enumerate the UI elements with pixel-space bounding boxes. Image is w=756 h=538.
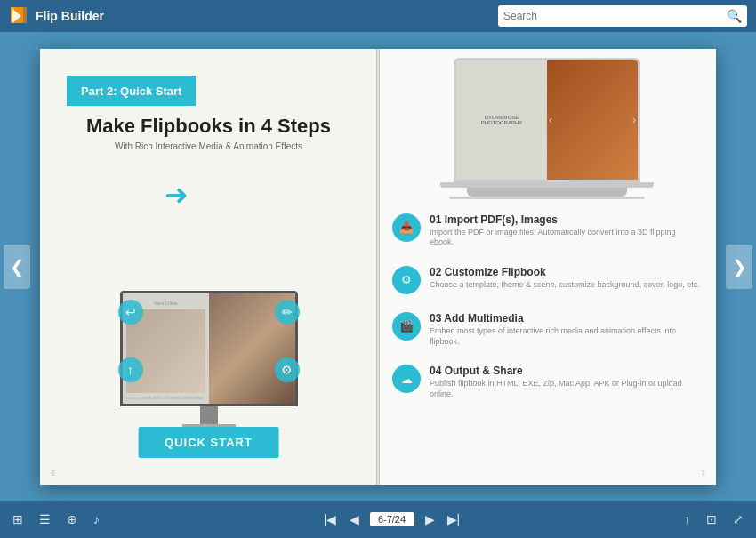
- main-title: Make Flipbooks in 4 Steps: [40, 115, 377, 138]
- toolbar-right: ↑ ⊡ ⤢: [682, 510, 745, 528]
- part-label-bg: Part 2: Quick Start: [67, 76, 196, 106]
- share-button[interactable]: ↑: [682, 510, 692, 528]
- step-1-text: 01 Import PDF(s), Images Import the PDF …: [430, 213, 702, 248]
- step-1-title: 01 Import PDF(s), Images: [430, 213, 702, 226]
- monitor-screen-inner: Vani Oliva Lorem ipsum dolor sit amet co…: [123, 293, 295, 404]
- search-icon: 🔍: [727, 9, 742, 23]
- list-view-button[interactable]: ☰: [37, 510, 52, 528]
- step-4-text: 04 Output & Share Publish flipbook in HT…: [430, 365, 702, 399]
- left-page: Part 2: Quick Start Make Flipbooks in 4 …: [40, 49, 378, 485]
- sound-icon: ♪: [93, 512, 100, 526]
- laptop-bottom-bar: [449, 197, 645, 199]
- monitor-screen: Vani Oliva Lorem ipsum dolor sit amet co…: [120, 291, 298, 406]
- monitor-stand: [200, 406, 218, 424]
- laptop-next-icon: ›: [632, 114, 636, 126]
- fullscreen-icon: ⤢: [733, 512, 744, 526]
- bookmark-icon: ⊡: [706, 512, 717, 526]
- laptop-screen: DYLAN ROSEPHOTOGRAPHY ‹ ›: [456, 60, 638, 180]
- next-page-toolbar-button[interactable]: ▶: [423, 510, 437, 528]
- step-2-icon: ⚙: [392, 266, 421, 294]
- main-area: ❮ Part 2: Quick Start Make Flipbooks in …: [0, 32, 756, 501]
- page-indicator[interactable]: 6-7/24: [370, 512, 414, 526]
- toolbar-center: |◀ ◀ 6-7/24 ▶ ▶|: [322, 510, 462, 528]
- laptop-frame: DYLAN ROSEPHOTOGRAPHY ‹ ›: [454, 58, 640, 182]
- overlay-icon-1: ↩: [118, 300, 143, 325]
- toolbar-left: ⊞ ☰ ⊕ ♪: [11, 510, 101, 528]
- step-3-desc: Embed most types of interactive rich med…: [430, 326, 702, 347]
- overlay-icon-2: ✏: [275, 300, 300, 325]
- overlay-icon-3: ↑: [118, 357, 143, 382]
- sound-button[interactable]: ♪: [92, 510, 101, 528]
- header: Flip Builder 🔍: [0, 0, 756, 32]
- grid-icon: ⊞: [12, 512, 23, 526]
- laptop-prev-icon: ‹: [549, 114, 552, 126]
- step-2-title: 02 Customize Flipbook: [430, 266, 702, 278]
- next-icon: ▶: [425, 512, 435, 526]
- logo: Flip Builder: [9, 5, 104, 27]
- right-arrow-icon: ❯: [732, 256, 747, 277]
- logo-icon: [9, 5, 30, 27]
- step-1-desc: Import the PDF or image files. Automatic…: [430, 228, 702, 248]
- prev-icon: ◀: [350, 512, 359, 526]
- step-4-icon: ☁: [392, 365, 421, 393]
- book-container: Part 2: Quick Start Make Flipbooks in 4 …: [40, 49, 716, 485]
- book-spine: [376, 49, 380, 485]
- laptop-base: [440, 182, 654, 188]
- share-icon: ↑: [684, 512, 690, 526]
- monitor-illustration: ↩ ✏ ↑ ⚙ Vani Oliva Lorem ipsum dolor sit…: [111, 291, 307, 431]
- step-1-icon: 📥: [392, 213, 421, 242]
- part-label: Part 2: Quick Start: [81, 84, 181, 98]
- laptop-left-page: DYLAN ROSEPHOTOGRAPHY: [456, 60, 547, 180]
- step-3: 🎬 03 Add Multimedia Embed most types of …: [392, 312, 702, 347]
- main-subtitle: With Rich Interactive Media & Animation …: [40, 141, 377, 151]
- next-page-button[interactable]: ❯: [726, 245, 752, 289]
- step-1: 📥 01 Import PDF(s), Images Import the PD…: [392, 213, 702, 248]
- search-input[interactable]: [503, 10, 727, 22]
- search-bar[interactable]: 🔍: [498, 5, 747, 27]
- step-4-desc: Publish flipbook in HTML, EXE, Zip, Mac …: [430, 379, 702, 399]
- step-4-title: 04 Output & Share: [430, 365, 702, 377]
- zoom-icon: ⊕: [67, 512, 77, 526]
- zoom-button[interactable]: ⊕: [65, 510, 79, 528]
- page-number-left: 6: [51, 469, 55, 478]
- last-page-button[interactable]: ▶|: [446, 510, 462, 528]
- page-number-right: 7: [701, 469, 705, 478]
- laptop-area: DYLAN ROSEPHOTOGRAPHY ‹ ›: [387, 58, 707, 209]
- step-3-text: 03 Add Multimedia Embed most types of in…: [430, 312, 702, 347]
- list-icon: ☰: [39, 512, 51, 526]
- step-3-title: 03 Add Multimedia: [430, 312, 702, 325]
- arrow-graphic: ➜: [165, 178, 189, 212]
- laptop-right-page: ‹ ›: [547, 60, 638, 180]
- last-icon: ▶|: [447, 512, 461, 526]
- prev-page-button[interactable]: ❮: [4, 245, 30, 289]
- right-page: DYLAN ROSEPHOTOGRAPHY ‹ › 📥: [378, 49, 716, 485]
- step-2: ⚙ 02 Customize Flipbook Choose a templat…: [392, 266, 702, 294]
- step-4: ☁ 04 Output & Share Publish flipbook in …: [392, 365, 702, 399]
- bookmark-button[interactable]: ⊡: [704, 510, 719, 528]
- logo-text: Flip Builder: [36, 9, 104, 23]
- laptop-bottom: [467, 188, 627, 197]
- step-2-text: 02 Customize Flipbook Choose a template,…: [430, 266, 702, 291]
- toolbar: ⊞ ☰ ⊕ ♪ |◀ ◀ 6-7/24 ▶ ▶| ↑ ⊡: [0, 501, 756, 538]
- left-arrow-icon: ❮: [10, 256, 25, 277]
- overlay-icon-4: ⚙: [275, 357, 300, 382]
- first-icon: |◀: [324, 512, 337, 526]
- steps-list: 📥 01 Import PDF(s), Images Import the PD…: [392, 213, 702, 418]
- fullscreen-button[interactable]: ⤢: [731, 510, 745, 528]
- grid-view-button[interactable]: ⊞: [11, 510, 25, 528]
- step-2-desc: Choose a template, theme & scene, custom…: [430, 280, 702, 291]
- first-page-button[interactable]: |◀: [322, 510, 339, 528]
- prev-page-toolbar-button[interactable]: ◀: [348, 510, 361, 528]
- step-3-icon: 🎬: [392, 312, 421, 341]
- quick-start-button[interactable]: QUICK START: [138, 427, 279, 458]
